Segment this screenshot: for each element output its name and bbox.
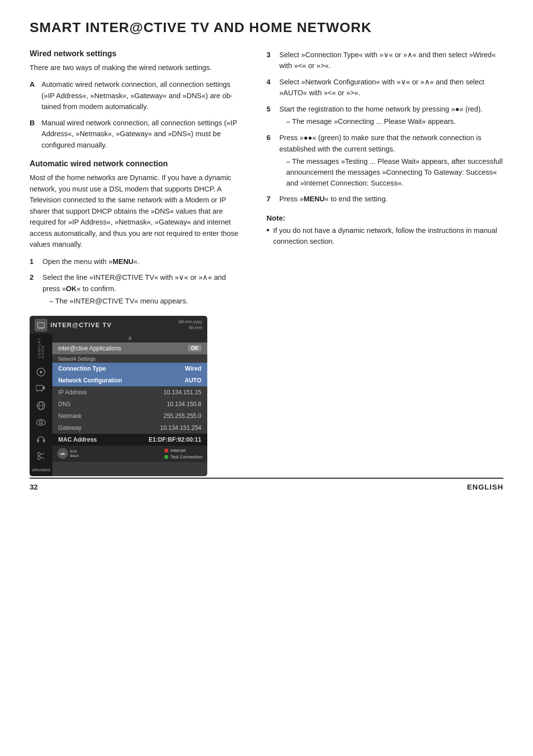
sidebar-icon-scissors bbox=[33, 449, 49, 463]
svg-point-13 bbox=[37, 419, 45, 425]
step-6-content: Press »●●« (green) to make sure that the… bbox=[279, 132, 503, 189]
section1-heading: Wired network settings bbox=[30, 49, 242, 58]
tv-logo-svg bbox=[37, 321, 45, 329]
step-5-num: 5 bbox=[266, 104, 274, 127]
svg-point-14 bbox=[39, 421, 42, 424]
tv-btn-internet: Internet bbox=[164, 448, 202, 453]
step-6-subnote: – The messages »Testing ... Please Wait«… bbox=[279, 156, 503, 189]
tv-datetime: dd.mm.yyyy hh:mm bbox=[179, 319, 202, 331]
list-text-b: Manual wired network connection, all con… bbox=[41, 117, 242, 151]
svg-rect-7 bbox=[43, 386, 45, 389]
tv-mac-key: MAC Address bbox=[58, 436, 97, 443]
tv-row-connection-type: Connection Type Wired bbox=[52, 363, 207, 375]
list-letter-b: B bbox=[30, 117, 37, 151]
scissors-icon bbox=[37, 452, 45, 460]
tv-bottom-bar: ok Exit Back bbox=[52, 446, 207, 462]
tv-row-network-config: Network Configuration AUTO bbox=[52, 375, 207, 386]
tv-ok-label: ok bbox=[60, 452, 65, 456]
left-column: Wired network settings There are two way… bbox=[30, 49, 242, 476]
tv-app-label: inter@ctive Applications bbox=[58, 345, 121, 352]
step-6: 6 Press »●●« (green) to make sure that t… bbox=[266, 132, 503, 189]
svg-rect-16 bbox=[43, 439, 45, 442]
tv-gateway-key: Gateway bbox=[58, 424, 81, 431]
list-text-a: Automatic wired network connection, all … bbox=[41, 79, 242, 112]
tv-logo-area: INTER@CTIVE TV bbox=[35, 319, 112, 332]
tv-header-row: INTER@CTIVE TV dd.mm.yyyy hh:mm bbox=[30, 316, 207, 334]
sidebar-icon-play bbox=[33, 365, 49, 379]
tv-connection-type-key: Connection Type bbox=[58, 365, 106, 372]
tv-row-dns: DNS 10.134.150.8 bbox=[52, 398, 207, 410]
tv-ip-val: 10.134.151.15 bbox=[163, 389, 201, 396]
tv-logo-icon bbox=[35, 319, 47, 332]
page: SMART INTER@CTIVE TV AND HOME NETWORK Wi… bbox=[0, 0, 533, 506]
tv-row-ip: IP Address 10.134.151.15 bbox=[52, 386, 207, 398]
step-2: 2 Select the line »INTER@CTIVE TV« with … bbox=[30, 272, 242, 307]
tv-netmask-val: 255.255.255.0 bbox=[163, 413, 201, 419]
step-3: 3 Select »Connection Type« with »∨« or »… bbox=[266, 49, 503, 72]
step-3-num: 3 bbox=[266, 49, 274, 72]
section1-intro: There are two ways of making the wired n… bbox=[30, 62, 242, 73]
tv-exit-label: Exit bbox=[70, 449, 79, 454]
page-title: SMART INTER@CTIVE TV AND HOME NETWORK bbox=[30, 20, 503, 36]
tv-main-wrapper: COMFORTGUIDE bbox=[30, 334, 207, 476]
tv-exit-control: ok Exit Back bbox=[57, 448, 79, 459]
sidebar-icon-globe bbox=[33, 399, 49, 413]
right-column: 3 Select »Connection Type« with »∨« or »… bbox=[266, 49, 503, 476]
footer-language: ENGLISH bbox=[467, 483, 503, 491]
tv-ok-btn: ok bbox=[57, 448, 68, 459]
sidebar-icon-settings bbox=[33, 382, 49, 396]
list-item-a: A Automatic wired network connection, al… bbox=[30, 79, 242, 112]
svg-rect-0 bbox=[38, 323, 44, 328]
step-7-num: 7 bbox=[266, 193, 274, 204]
globe-icon bbox=[36, 401, 46, 411]
note-list: If you do not have a dynamic network, fo… bbox=[266, 225, 503, 247]
tv-ok-badge: OK bbox=[188, 345, 201, 351]
note-section: Note: If you do not have a dynamic netwo… bbox=[266, 214, 503, 247]
step-4: 4 Select »Network Configuration« with »∨… bbox=[266, 76, 503, 99]
tv-screenshot: INTER@CTIVE TV dd.mm.yyyy hh:mm COMFORTG… bbox=[30, 316, 207, 476]
letter-list: A Automatic wired network connection, al… bbox=[30, 79, 242, 151]
tv-row-netmask: Netmask 255.255.255.0 bbox=[52, 410, 207, 422]
left-steps: 1 Open the menu with »MENU«. 2 Select th… bbox=[30, 256, 242, 307]
footer-page-number: 32 bbox=[30, 483, 38, 491]
page-footer: 32 ENGLISH bbox=[30, 478, 503, 491]
svg-marker-5 bbox=[40, 370, 43, 374]
step-1: 1 Open the menu with »MENU«. bbox=[30, 256, 242, 267]
note-label: Note: bbox=[266, 214, 503, 222]
tv-test-label: Test Connection bbox=[170, 454, 202, 459]
tv-red-dot bbox=[164, 449, 168, 453]
step-2-num: 2 bbox=[30, 272, 38, 307]
tv-action-btns: Internet Test Connection bbox=[164, 448, 202, 459]
step-4-content: Select »Network Configuration« with »∨« … bbox=[279, 76, 503, 99]
tv-chevron-up: ∧ bbox=[52, 334, 207, 342]
step-7: 7 Press »MENU« to end the setting. bbox=[266, 193, 503, 204]
tv-app-row: inter@ctive Applications OK bbox=[52, 342, 207, 354]
tv-network-settings-label: Network Settings bbox=[52, 354, 207, 363]
note-text-1: If you do not have a dynamic network, fo… bbox=[273, 225, 503, 247]
svg-rect-15 bbox=[37, 439, 39, 442]
tv-time: hh:mm bbox=[179, 325, 202, 331]
step-7-content: Press »MENU« to end the setting. bbox=[279, 193, 503, 204]
headphone-icon bbox=[37, 435, 45, 444]
step-5: 5 Start the registration to the home net… bbox=[266, 104, 503, 127]
tv-sidebar-icons: COMFORTGUIDE bbox=[30, 334, 52, 476]
section2-body: Most of the home networks are Dynamic. I… bbox=[30, 172, 242, 250]
comfort-guide-label: COMFORTGUIDE bbox=[38, 338, 44, 358]
svg-rect-6 bbox=[36, 385, 43, 390]
step-3-content: Select »Connection Type« with »∨« or »∧«… bbox=[279, 49, 503, 72]
tv-date: dd.mm.yyyy bbox=[179, 319, 202, 325]
tv-network-config-key: Network Configuration bbox=[58, 377, 122, 384]
tv-network-config-val: AUTO bbox=[185, 377, 201, 384]
tv-mac-val: E1:DF:BF:92:00:11 bbox=[149, 436, 201, 443]
tv-content-area: ∧ inter@ctive Applications OK Network Se… bbox=[52, 334, 207, 476]
step-1-content: Open the menu with »MENU«. bbox=[42, 256, 242, 267]
eye-icon bbox=[36, 419, 46, 426]
note-item-1: If you do not have a dynamic network, fo… bbox=[266, 225, 503, 247]
play-icon bbox=[37, 368, 45, 377]
step-2-subnote: – The »INTER@CTIVE TV« menu appears. bbox=[42, 296, 242, 307]
tv-green-dot bbox=[164, 455, 168, 459]
step-5-content: Start the registration to the home netwo… bbox=[279, 104, 503, 127]
section2-heading: Automatic wired network connection bbox=[30, 159, 242, 168]
tv-netmask-key: Netmask bbox=[58, 413, 81, 419]
settings-icon bbox=[36, 385, 46, 393]
